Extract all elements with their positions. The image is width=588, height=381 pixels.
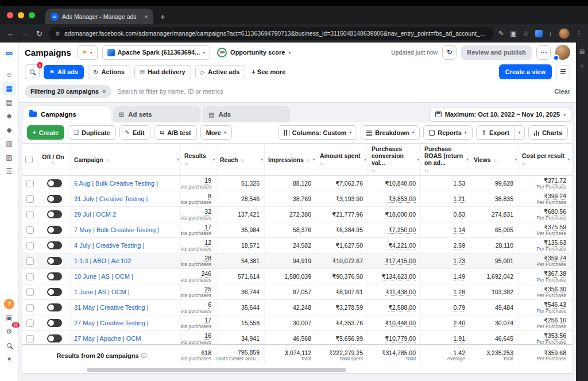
close-window-button[interactable] [7,12,13,18]
rail-search-icon[interactable] [2,338,16,352]
header-campaign[interactable]: Campaign↑↓ ▾ [71,144,181,175]
filter-search-input[interactable] [117,88,548,95]
apps-icon[interactable]: ▧ [2,151,16,164]
row-checkbox[interactable] [26,180,34,187]
header-off-on[interactable]: Off / On ↑↓ [38,144,71,175]
charts-button[interactable]: Charts [528,125,568,140]
ads-reporting-icon[interactable]: ▤ [2,95,16,109]
tab-ad-sets[interactable]: ⊞ Ad sets [113,106,200,122]
campaign-link[interactable]: 31 July | Creative Testing | [74,195,148,202]
extension-icon[interactable] [535,30,543,37]
campaign-link[interactable]: 7 May | Bulk Creative Testing | [74,226,159,233]
info-icon[interactable]: ⓘ [141,352,147,360]
campaign-toggle[interactable] [47,210,62,218]
sort-icon[interactable]: ↑↓ [493,158,497,163]
row-checkbox[interactable] [26,273,34,280]
downloads-icon[interactable]: ↓ [549,30,552,37]
campaign-toggle[interactable] [47,241,62,249]
campaign-toggle[interactable] [47,257,62,265]
campaign-toggle[interactable] [47,272,62,280]
remove-filter-icon[interactable]: × [102,88,106,95]
row-checkbox[interactable] [26,211,34,218]
header-cost-per-result[interactable]: Cost per result↑↓ ▾ [519,144,571,175]
filter-chip-active-ads[interactable]: ▷ Active ads [195,65,246,79]
column-menu-icon[interactable]: ▾ [466,157,469,162]
horizontal-scrollbar[interactable] [22,366,572,373]
date-range-selector[interactable]: Maximum: Oct 10, 2022 – Nov 10, 2025 ▾ [430,107,571,122]
campaign-link[interactable]: 1 June | AS | OCM | [74,288,130,295]
filter-chip-all-ads[interactable]: ⚑ All ads [44,65,84,79]
table-row[interactable]: 27 May | Creative Testing | 17Website pu… [22,315,572,331]
table-row[interactable]: 1:1:3 | ABO | Ad 102 28Website purchases… [22,253,572,269]
campaign-toggle[interactable] [47,179,62,187]
more-button[interactable]: More ▾ [200,125,232,140]
campaign-toggle[interactable] [47,303,62,311]
sort-icon[interactable]: ↑↓ [184,161,188,167]
campaign-link[interactable]: 29 Jul | OCM 2 [74,211,116,218]
filter-chip-had-delivery[interactable]: ✉ Had delivery [134,65,191,79]
campaign-link[interactable]: 27 May | Apache | OCM [74,335,141,342]
table-row[interactable]: 1 June | AS | OCM | 25Website purchases … [22,284,572,300]
account-selector[interactable]: Apache Spark (611363694... ▾ [102,45,210,60]
view-settings-button[interactable]: ☰ [556,65,570,79]
sort-icon[interactable]: ↑↓ [306,158,310,163]
campaign-link[interactable]: 4 July | Creative Testing | [74,242,144,249]
browser-tab[interactable]: ∞ Ads Manager - Manage ads × [45,9,153,24]
create-button[interactable]: + Create [27,125,64,140]
clear-filters-button[interactable]: Clear [554,88,570,95]
header-purchase-roas[interactable]: Purchase ROAS (return on ad...↑↓ ▾ [421,144,470,175]
breakdown-button[interactable]: Breakdown ▾ [361,125,420,140]
row-checkbox[interactable] [26,335,34,342]
more-options-button[interactable]: ⋯ [536,45,551,60]
campaigns-nav-icon[interactable]: ▦ [2,82,16,95]
row-checkbox[interactable] [26,320,34,327]
header-views[interactable]: Views↑↓ ▾ [470,144,519,175]
column-menu-icon[interactable]: ▾ [261,157,263,162]
site-settings-icon[interactable]: ⚙ [55,30,60,37]
bookmark-star-icon[interactable]: ☆ [523,29,528,37]
campaign-toggle[interactable] [47,319,62,327]
media-icon[interactable]: ▣ [510,29,517,37]
campaign-toggle[interactable] [47,334,62,342]
sort-icon[interactable]: ↑↓ [106,158,109,163]
columns-button[interactable]: Columns: Custom ▾ [278,125,358,140]
campaign-link[interactable]: 1:1:3 | ABO | Ad 102 [74,257,131,264]
sort-icon[interactable]: ↑↓ [372,168,375,174]
table-row[interactable]: 10 June | AS | OCM | 246Website purchase… [22,269,572,284]
scrollbar-thumb[interactable] [87,368,346,372]
header-amount-spent[interactable]: Amount spent↑↓ ▾ [316,144,368,175]
sort-icon[interactable]: ↑↓ [320,161,323,167]
table-row[interactable]: 6 Aug | Bulk Creative Testing | 19Websit… [22,176,572,191]
header-reach[interactable]: Reach↑↓ ▾ [216,144,265,175]
campaign-link[interactable]: 10 June | AS | OCM | [74,273,133,280]
ab-test-button[interactable]: ⇆ A/B test [154,125,197,140]
filter-chip-actions[interactable]: ↻ Actions [88,65,130,79]
campaign-link[interactable]: 27 May | Creative Testing | [74,320,149,326]
duplicate-button[interactable]: ❏ Duplicate [68,125,115,140]
audiences-icon[interactable]: ☻ [2,109,16,123]
settings-gear-icon[interactable]: ⚙62 [2,325,16,338]
column-menu-icon[interactable]: ▾ [514,157,517,162]
account-overview-icon[interactable]: ☺ [2,68,16,82]
user-avatar[interactable] [555,45,570,60]
tab-ads[interactable]: ▤ Ads [203,106,290,122]
row-checkbox[interactable] [26,226,34,234]
campaign-link[interactable]: 31 May | Creative Testing | [74,304,149,311]
advertise-icon[interactable]: ◆ [2,123,16,137]
table-row[interactable]: 27 May | Apache | OCM 16Website purchase… [22,331,572,344]
forward-icon[interactable]: → [20,29,30,38]
pencil-icon[interactable]: ✎ [498,29,504,37]
column-menu-icon[interactable]: ▾ [364,157,366,162]
row-checkbox[interactable] [26,288,34,296]
zoom-window-button[interactable] [29,12,35,18]
select-all-checkbox[interactable] [25,156,33,163]
export-button[interactable]: ↥ Export [476,125,515,140]
reports-button[interactable]: Reports ▾ [423,125,472,140]
header-results[interactable]: Results↑↓ ▾ [181,144,216,175]
opportunity-score[interactable]: 100 Opportunity score ▾ [217,48,291,57]
back-icon[interactable]: ← [6,29,16,38]
row-checkbox[interactable] [26,195,34,203]
help-icon[interactable]: ? [4,299,14,309]
search-button[interactable]: 1 [25,64,40,79]
url-bar[interactable]: ⚙ adsmanager.facebook.com/adsmanager/man… [49,27,494,40]
